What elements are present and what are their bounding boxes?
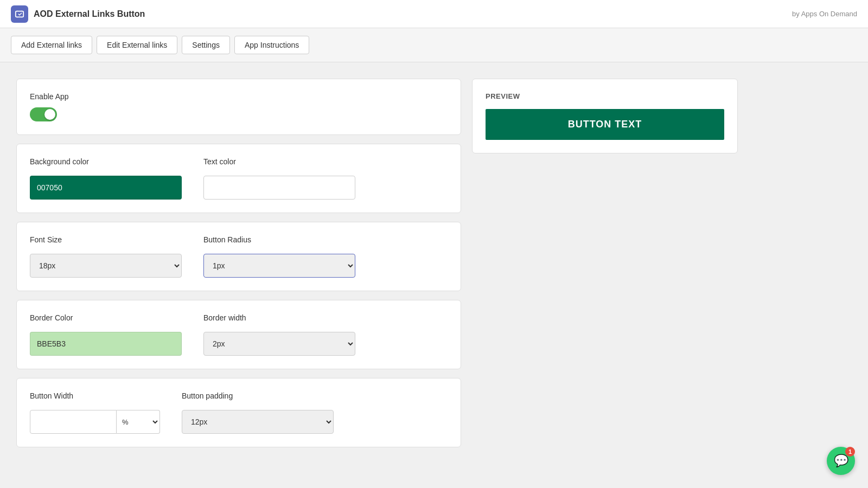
font-size-select[interactable]: 14px 16px 18px 20px 24px	[30, 254, 182, 278]
button-width-input[interactable]: 100	[30, 410, 117, 434]
preview-label: PREVIEW	[486, 92, 724, 100]
border-card: Border Color BBE5B3 Border width 1px 2px…	[16, 300, 461, 369]
toggle-container	[30, 107, 448, 121]
left-column: Enable App Background color 007050 Text …	[16, 79, 461, 447]
button-padding-label: Button padding	[182, 391, 334, 400]
svg-rect-0	[16, 11, 23, 17]
font-size-group: Font Size 14px 16px 18px 20px 24px	[30, 235, 182, 278]
width-padding-card: Button Width 100 % px Button padding 8px…	[16, 378, 461, 447]
preview-card: PREVIEW BUTTON TEXT	[472, 79, 738, 153]
button-width-stepper-group: 100 % px	[30, 410, 160, 434]
border-row: Border Color BBE5B3 Border width 1px 2px…	[30, 313, 448, 356]
button-radius-label: Button Radius	[203, 235, 355, 244]
main-content: Enable App Background color 007050 Text …	[0, 62, 868, 464]
enable-app-card: Enable App	[16, 79, 461, 135]
tab-add-external-links[interactable]: Add External links	[11, 36, 92, 54]
text-color-group: Text color FFFFFF	[203, 157, 355, 200]
button-width-label: Button Width	[30, 391, 160, 400]
text-color-label: Text color	[203, 157, 355, 166]
button-padding-group: Button padding 8px 10px 12px 16px 20px	[182, 391, 334, 434]
tab-edit-external-links[interactable]: Edit External links	[97, 36, 177, 54]
preview-button[interactable]: BUTTON TEXT	[486, 109, 724, 140]
bg-color-swatch[interactable]: 007050	[30, 176, 182, 200]
border-color-label: Border Color	[30, 313, 182, 322]
header-left: AOD External Links Button	[11, 5, 145, 23]
button-padding-select[interactable]: 8px 10px 12px 16px 20px	[182, 410, 334, 434]
color-card: Background color 007050 Text color FFFFF…	[16, 144, 461, 213]
app-title: AOD External Links Button	[34, 9, 145, 19]
button-radius-group: Button Radius 0px 1px 2px 4px 8px 16px	[203, 235, 355, 278]
tab-settings[interactable]: Settings	[182, 36, 230, 54]
font-size-label: Font Size	[30, 235, 182, 244]
font-radius-card: Font Size 14px 16px 18px 20px 24px Butto…	[16, 222, 461, 291]
width-padding-row: Button Width 100 % px Button padding 8px…	[30, 391, 448, 434]
color-row: Background color 007050 Text color FFFFF…	[30, 157, 448, 200]
enable-app-label: Enable App	[30, 92, 448, 101]
right-column: PREVIEW BUTTON TEXT	[472, 79, 738, 153]
tab-app-instructions[interactable]: App Instructions	[234, 36, 309, 54]
bg-color-label: Background color	[30, 157, 182, 166]
bg-color-group: Background color 007050	[30, 157, 182, 200]
button-radius-select[interactable]: 0px 1px 2px 4px 8px 16px	[203, 254, 355, 278]
button-width-group: Button Width 100 % px	[30, 391, 160, 434]
app-icon	[11, 5, 28, 23]
enable-app-toggle[interactable]	[30, 107, 57, 121]
chat-icon: 💬	[834, 454, 848, 468]
text-color-input[interactable]: FFFFFF	[203, 176, 355, 200]
border-width-group: Border width 1px 2px 3px 4px	[203, 313, 355, 356]
nav-bar: Add External links Edit External links S…	[0, 28, 868, 62]
header: AOD External Links Button by Apps On Dem…	[0, 0, 868, 28]
border-color-group: Border Color BBE5B3	[30, 313, 182, 356]
button-width-unit-select[interactable]: % px	[117, 410, 160, 434]
chat-bubble[interactable]: 💬 1	[827, 447, 855, 475]
toggle-slider	[30, 107, 57, 121]
brand-label: by Apps On Demand	[792, 10, 857, 18]
border-color-swatch[interactable]: BBE5B3	[30, 332, 182, 356]
border-width-label: Border width	[203, 313, 355, 322]
font-radius-row: Font Size 14px 16px 18px 20px 24px Butto…	[30, 235, 448, 278]
border-width-select[interactable]: 1px 2px 3px 4px	[203, 332, 355, 356]
chat-badge: 1	[845, 447, 855, 457]
